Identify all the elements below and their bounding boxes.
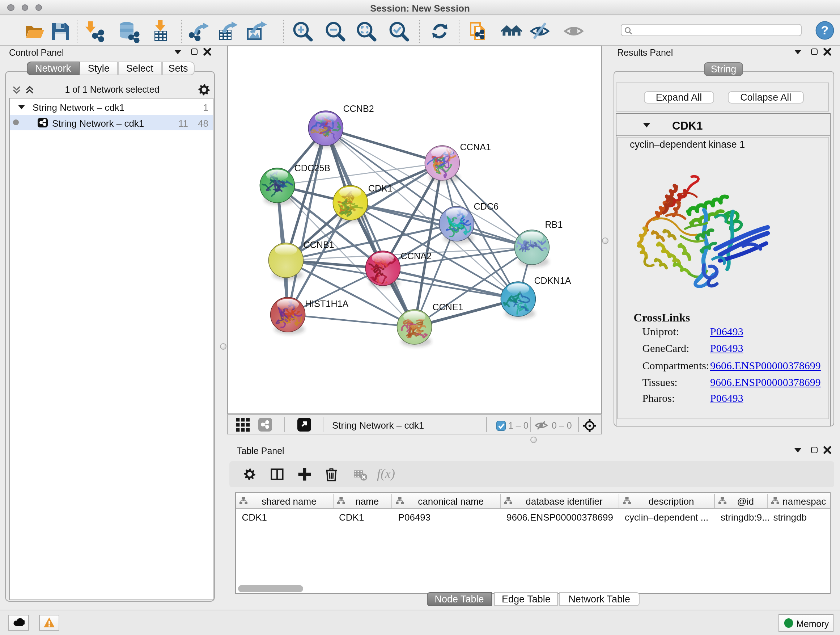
svg-text:CCNA2: CCNA2 [401, 250, 431, 261]
svg-text:CDK1: CDK1 [368, 183, 393, 193]
svg-text:CCNE1: CCNE1 [433, 302, 463, 312]
svg-text:?: ? [821, 23, 829, 36]
svg-text:CDC25B: CDC25B [294, 163, 330, 173]
svg-text:CCNB2: CCNB2 [343, 103, 374, 113]
svg-text:CDKN1A: CDKN1A [534, 275, 571, 285]
svg-text:HIST1H1A: HIST1H1A [305, 298, 349, 309]
svg-text:CCNB1: CCNB1 [303, 239, 334, 249]
svg-text:CDC6: CDC6 [474, 201, 499, 211]
svg-text:RB1: RB1 [545, 219, 563, 229]
svg-text:CCNA1: CCNA1 [460, 141, 491, 152]
